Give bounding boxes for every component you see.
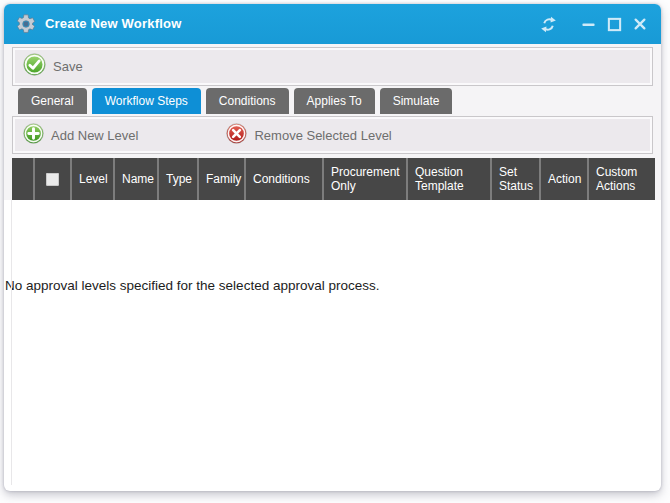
tab-conditions[interactable]: Conditions [206,88,289,114]
row-indicator-header-cell [12,158,35,200]
maximize-button[interactable] [601,10,627,38]
tab-simulate[interactable]: Simulate [380,88,453,114]
remove-x-icon [226,123,247,148]
save-toolbar: Save [12,47,653,86]
tab-strip: GeneralWorkflow StepsConditionsApplies T… [18,88,452,114]
column-header-level: Level [72,158,115,200]
save-check-icon [23,53,46,80]
content-left-border [11,200,12,485]
close-button[interactable] [627,10,653,38]
select-all-header-cell [35,158,72,200]
remove-selected-level-label: Remove Selected Level [254,128,391,143]
add-new-level-button[interactable]: Add New Level [23,123,138,148]
tab-applies-to[interactable]: Applies To [294,88,375,114]
column-header-conditions: Conditions [246,158,324,200]
empty-message: No approval levels specified for the sel… [5,278,379,293]
save-label: Save [53,59,83,74]
save-button[interactable]: Save [23,53,83,80]
column-header-action: Action [541,158,589,200]
column-header-type: Type [159,158,199,200]
title-bar[interactable]: Create New Workflow [4,4,661,44]
window-controls [535,4,653,44]
tab-workflow-steps[interactable]: Workflow Steps [92,88,201,114]
remove-selected-level-button[interactable]: Remove Selected Level [226,123,391,148]
select-all-checkbox[interactable] [46,173,59,186]
column-header-question-template: Question Template [408,158,492,200]
tab-general[interactable]: General [18,88,87,114]
add-new-level-label: Add New Level [51,128,138,143]
refresh-button[interactable] [535,10,561,38]
screen: Create New Workflow [0,0,670,503]
column-header-procurement-only: Procurement Only [324,158,408,200]
level-toolbar: Add New Level Remove Selected Level [12,116,653,154]
grid-header: LevelNameTypeFamilyConditionsProcurement… [12,158,655,200]
column-header-set-status: Set Status [492,158,541,200]
minimize-button[interactable] [575,10,601,38]
gear-icon [15,13,37,35]
column-header-name: Name [115,158,159,200]
column-header-custom-actions: Custom Actions [589,158,655,200]
column-header-family: Family [199,158,246,200]
add-plus-icon [23,123,44,148]
window-title: Create New Workflow [45,4,181,44]
create-new-workflow-dialog: Create New Workflow [4,4,661,491]
